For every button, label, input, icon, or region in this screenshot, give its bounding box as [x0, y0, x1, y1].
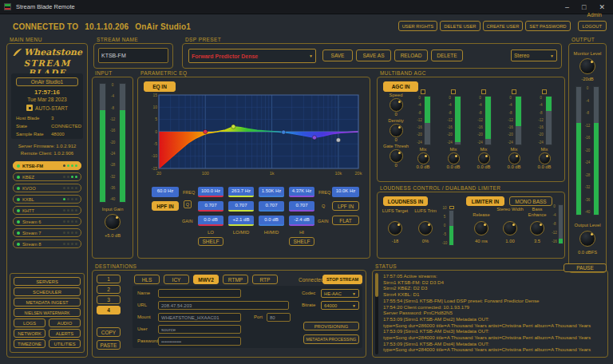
agc-band-enable-checkbox[interactable]: [481, 89, 486, 94]
hpf-freq-field[interactable]: 60.0 Hz: [152, 187, 179, 197]
protocol-rtmp-button[interactable]: RTMP: [223, 275, 248, 284]
eq-hi-freq-field[interactable]: 4.37K Hz: [289, 187, 314, 197]
lufs-target-marker[interactable]: [449, 206, 454, 209]
protocol-rtp-button[interactable]: RTP: [252, 275, 278, 284]
dsp-preset-dropdown[interactable]: Forward Predictor Dense ▼: [188, 49, 316, 63]
network-button[interactable]: NETWORK: [14, 329, 45, 338]
release-knob[interactable]: [474, 221, 488, 235]
url-input[interactable]: [158, 301, 289, 310]
eq-lo-q-field[interactable]: 0.707: [198, 201, 223, 212]
alerts-button[interactable]: ALERTS: [49, 329, 81, 338]
audio-button[interactable]: AUDIO: [49, 318, 81, 327]
mix-knob[interactable]: [417, 152, 429, 164]
protocol-hls-button[interactable]: HLS: [134, 275, 160, 284]
paste-button[interactable]: PASTE: [97, 340, 121, 350]
eq-hi-gain-field[interactable]: -2.4 dB: [289, 216, 314, 226]
agc-band-enable-checkbox[interactable]: [512, 89, 516, 94]
nielsen-watermark-button[interactable]: NIELSEN WATERMARK: [14, 308, 81, 317]
logs-button[interactable]: LOGS: [14, 318, 45, 327]
stream-item[interactable]: KBEZ: [13, 172, 81, 181]
lpf-freq-field[interactable]: 10.0K Hz: [332, 187, 359, 197]
eq-lo-gain-field[interactable]: 0.0 dB: [198, 216, 223, 226]
save-as-button[interactable]: SAVE AS: [356, 49, 391, 61]
flat-button[interactable]: FLAT: [332, 216, 359, 225]
eq-graph[interactable]: 151050-5-10-15201001k10k20k: [148, 93, 362, 177]
delete-button[interactable]: DELETE: [431, 49, 463, 61]
eq-lomid-freq-field[interactable]: 263.7 Hz: [228, 187, 254, 197]
bass-enhance-knob[interactable]: [530, 221, 544, 235]
lufs-target-knob[interactable]: [388, 221, 402, 235]
port-input[interactable]: [267, 313, 291, 322]
status-log[interactable]: 17:57:05 Active streams: Strm1 KTSB-FM: …: [383, 273, 605, 354]
eq-lomid-q-field[interactable]: 0.707: [228, 201, 254, 212]
protocol-mwv2-button[interactable]: MWV2: [193, 275, 219, 284]
stream-item[interactable]: KXBL: [13, 195, 81, 204]
stream-item[interactable]: KHTT: [13, 206, 81, 215]
user-input[interactable]: [158, 325, 241, 334]
limiter-in-button[interactable]: LIMITER IN: [466, 196, 504, 206]
agc-band-enable-checkbox[interactable]: [421, 89, 425, 94]
delete-user-button[interactable]: DELETE USER: [440, 21, 480, 31]
destination-slot-4[interactable]: 4: [97, 306, 121, 315]
create-user-button[interactable]: CREATE USER: [483, 21, 524, 31]
eq-lo-freq-field[interactable]: 100.0 Hz: [198, 187, 223, 197]
destination-slot-3[interactable]: 3: [97, 295, 121, 304]
save-button[interactable]: SAVE: [322, 49, 353, 61]
monitor-level-knob[interactable]: [579, 58, 595, 74]
copy-button[interactable]: COPY: [97, 327, 121, 337]
studio-button[interactable]: OnAir Studio1: [16, 77, 78, 86]
lufs-trim-knob[interactable]: [418, 221, 433, 235]
lo-shelf-button[interactable]: SHELF: [198, 237, 223, 246]
density-knob[interactable]: [390, 124, 403, 137]
stream-item[interactable]: KTSB-FM: [13, 161, 81, 170]
bitrate-dropdown[interactable]: 64000▼: [321, 301, 359, 310]
logout-button[interactable]: LOGOUT: [578, 21, 607, 31]
maximize-button[interactable]: □: [582, 3, 586, 11]
destination-slot-2[interactable]: 2: [97, 285, 121, 294]
lpf-in-button[interactable]: LPF IN: [332, 201, 359, 211]
pause-button[interactable]: PAUSE: [564, 263, 607, 272]
provisioning-button[interactable]: PROVISIONING: [303, 322, 359, 330]
eq-hi-q-field[interactable]: 0.707: [289, 201, 314, 212]
status-scrollbar[interactable]: [375, 273, 378, 354]
agc-band-enable-checkbox[interactable]: [451, 89, 456, 94]
gate-thresh-knob[interactable]: [390, 149, 403, 163]
speed-knob[interactable]: [390, 98, 403, 112]
stereo-width-knob[interactable]: [503, 221, 517, 235]
protocol-icy-button[interactable]: ICY: [164, 275, 189, 284]
servers-button[interactable]: SERVERS: [14, 277, 81, 286]
stop-stream-button[interactable]: STOP STREAM: [322, 275, 362, 284]
codec-dropdown[interactable]: HE-AAC▼: [321, 289, 359, 298]
eq-himid-q-field[interactable]: 0.707: [259, 201, 284, 212]
reload-button[interactable]: RELOAD: [394, 49, 428, 61]
timezone-button[interactable]: TIMEZONE: [14, 339, 45, 348]
eq-himid-gain-field[interactable]: 0.0 dB: [259, 216, 284, 226]
eq-himid-freq-field[interactable]: 1.50K Hz: [259, 187, 284, 197]
stream-item[interactable]: KVOO: [13, 184, 81, 192]
hi-shelf-button[interactable]: SHELF: [289, 237, 314, 246]
mix-knob[interactable]: [539, 152, 551, 164]
password-input[interactable]: [158, 337, 241, 346]
input-gain-knob[interactable]: [105, 214, 121, 230]
mount-input[interactable]: [158, 313, 241, 322]
name-input[interactable]: [158, 289, 241, 298]
set-password-button[interactable]: SET PASSWORD: [525, 21, 570, 31]
scheduler-button[interactable]: SCHEDULER: [14, 287, 81, 296]
loudness-in-button[interactable]: LOUDNESS IN: [383, 196, 428, 206]
minimize-button[interactable]: –: [565, 3, 569, 11]
stream-item[interactable]: Stream 6: [13, 217, 81, 226]
mix-knob[interactable]: [478, 152, 490, 164]
status-scrollbar-thumb[interactable]: [375, 273, 378, 297]
metadata-processing-button[interactable]: METADATA PROCESSING: [303, 334, 359, 344]
close-button[interactable]: ✕: [599, 3, 605, 11]
stereo-mode-dropdown[interactable]: Stereo ▼: [511, 49, 557, 61]
stream-name-input[interactable]: [98, 48, 168, 63]
eq-in-button[interactable]: EQ IN: [144, 81, 176, 92]
stream-item[interactable]: Stream 8: [13, 239, 81, 248]
user-rights-button[interactable]: USER RIGHTS: [398, 21, 438, 31]
metadata-ingest-button[interactable]: METADATA INGEST: [14, 298, 81, 307]
agc-band-enable-checkbox[interactable]: [542, 89, 547, 94]
eq-lomid-gain-field[interactable]: +2.1 dB: [228, 216, 254, 226]
mix-knob[interactable]: [448, 152, 460, 164]
hpf-in-button[interactable]: HPF IN: [152, 201, 179, 211]
